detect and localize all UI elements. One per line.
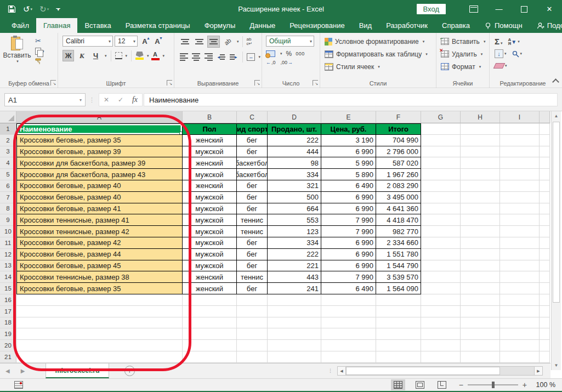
- cell-F7[interactable]: 3 495 000: [376, 192, 421, 203]
- cell-F13[interactable]: 1 544 790: [376, 260, 421, 272]
- cell-E10[interactable]: 7 990: [321, 226, 376, 237]
- cell-A19[interactable]: [16, 328, 183, 340]
- undo-icon[interactable]: ↺▾: [23, 5, 32, 13]
- col-header-F[interactable]: F: [376, 111, 421, 123]
- bold-button[interactable]: Ж: [63, 50, 74, 61]
- cell-J21[interactable]: [540, 351, 550, 363]
- cell-F12[interactable]: 1 551 780: [376, 249, 421, 260]
- font-size-select[interactable]: 12▾: [115, 36, 138, 47]
- cell-J7[interactable]: [540, 192, 550, 203]
- cell-I2[interactable]: [500, 135, 540, 146]
- cell-A20[interactable]: [16, 340, 183, 351]
- tab-Главная[interactable]: Главная: [36, 18, 77, 33]
- row-header-12[interactable]: 12: [0, 249, 16, 260]
- cell-G13[interactable]: [421, 260, 461, 272]
- cell-G1[interactable]: [421, 123, 461, 135]
- cell-B4[interactable]: женский: [183, 157, 237, 169]
- cell-B7[interactable]: мужской: [183, 192, 237, 203]
- tab-Рецензирование[interactable]: Рецензирование: [282, 18, 351, 33]
- cell-A18[interactable]: [16, 317, 183, 329]
- cell-G3[interactable]: [421, 146, 461, 158]
- redo-icon[interactable]: ↻▾: [39, 5, 49, 13]
- cell-G5[interactable]: [421, 169, 461, 180]
- cell-E6[interactable]: 6 490: [321, 180, 376, 192]
- cell-D19[interactable]: [268, 328, 321, 340]
- tab-Вставка[interactable]: Вставка: [77, 18, 118, 33]
- cell-F5[interactable]: 1 967 260: [376, 169, 421, 180]
- cell-G2[interactable]: [421, 135, 461, 146]
- cell-B13[interactable]: мужской: [183, 260, 237, 272]
- cell-H1[interactable]: [461, 123, 500, 135]
- zoom-level[interactable]: 100 %: [531, 381, 555, 389]
- cell-D12[interactable]: 222: [268, 249, 321, 260]
- col-header-A[interactable]: A: [16, 111, 183, 123]
- row-header-19[interactable]: 19: [0, 328, 16, 340]
- cell-B8[interactable]: мужской: [183, 203, 237, 215]
- cell-J8[interactable]: [540, 203, 550, 215]
- cell-B17[interactable]: [183, 306, 237, 317]
- cell-H16[interactable]: [461, 294, 500, 306]
- col-header-E[interactable]: E: [321, 111, 376, 123]
- cell-E13[interactable]: 6 990: [321, 260, 376, 272]
- cell-H15[interactable]: [461, 283, 500, 294]
- cell-D6[interactable]: 321: [268, 180, 321, 192]
- cell-F19[interactable]: [376, 328, 421, 340]
- cell-H6[interactable]: [461, 180, 500, 192]
- cell-D15[interactable]: 241: [268, 283, 321, 294]
- cell-H14[interactable]: [461, 271, 500, 283]
- cell-E4[interactable]: 5 990: [321, 157, 376, 169]
- cell-G8[interactable]: [421, 203, 461, 215]
- cell-J3[interactable]: [540, 146, 550, 158]
- decrease-indent-icon[interactable]: ◂: [216, 51, 226, 63]
- cell-F10[interactable]: 982 770: [376, 226, 421, 237]
- new-sheet-button[interactable]: +: [124, 366, 135, 376]
- cell-D5[interactable]: 334: [268, 169, 321, 180]
- cell-I16[interactable]: [500, 294, 540, 306]
- cell-H17[interactable]: [461, 306, 500, 317]
- cell-E12[interactable]: 6 990: [321, 249, 376, 260]
- cell-A1[interactable]: Наименование: [16, 123, 183, 135]
- cell-D18[interactable]: [268, 317, 321, 329]
- name-box[interactable]: A1▾: [4, 93, 86, 106]
- horizontal-scrollbar[interactable]: ◀ ▶: [337, 366, 543, 376]
- maximize-button[interactable]: [512, 0, 537, 18]
- format-cells-button[interactable]: Формат▾: [441, 60, 489, 73]
- cell-F21[interactable]: [376, 351, 421, 363]
- row-header-3[interactable]: 3: [0, 146, 16, 158]
- cell-I11[interactable]: [500, 237, 540, 249]
- cell-A5[interactable]: Кроссовки для баскетбола, размер 43: [16, 169, 183, 180]
- increase-indent-icon[interactable]: ▸: [229, 51, 239, 63]
- find-select-icon[interactable]: ▾: [512, 50, 523, 58]
- cell-E2[interactable]: 3 190: [321, 135, 376, 146]
- row-header-5[interactable]: 5: [0, 169, 16, 180]
- col-header-H[interactable]: H: [461, 111, 500, 123]
- cell-B18[interactable]: [183, 317, 237, 329]
- comma-style-icon[interactable]: 000: [296, 51, 305, 56]
- cell-J5[interactable]: [540, 169, 550, 180]
- cell-F6[interactable]: 2 083 290: [376, 180, 421, 192]
- cell-C2[interactable]: бег: [237, 135, 268, 146]
- align-top-icon[interactable]: [179, 36, 191, 48]
- close-button[interactable]: ✕: [537, 0, 562, 18]
- cell-H2[interactable]: [461, 135, 500, 146]
- cell-C3[interactable]: бег: [237, 146, 268, 158]
- row-header-11[interactable]: 11: [0, 237, 16, 249]
- cell-J11[interactable]: [540, 237, 550, 249]
- cell-I6[interactable]: [500, 180, 540, 192]
- copy-icon[interactable]: ▾: [35, 48, 44, 55]
- cell-I18[interactable]: [500, 317, 540, 329]
- vertical-scroll-thumb[interactable]: [553, 122, 560, 303]
- cell-E18[interactable]: [321, 317, 376, 329]
- increase-decimal-icon[interactable]: ←,0: [266, 60, 276, 65]
- tab-Данные[interactable]: Данные: [242, 18, 282, 33]
- row-header-4[interactable]: 4: [0, 157, 16, 169]
- cell-E1[interactable]: Цена, руб.: [321, 123, 376, 135]
- cell-I1[interactable]: [500, 123, 540, 135]
- fill-button[interactable]: ↓▾: [495, 49, 507, 58]
- font-dialog-launcher[interactable]: ↘: [167, 80, 172, 86]
- cell-G9[interactable]: [421, 214, 461, 226]
- cell-J9[interactable]: [540, 214, 550, 226]
- cell-C7[interactable]: бег: [237, 192, 268, 203]
- cell-I14[interactable]: [500, 271, 540, 283]
- cell-E14[interactable]: 7 990: [321, 271, 376, 283]
